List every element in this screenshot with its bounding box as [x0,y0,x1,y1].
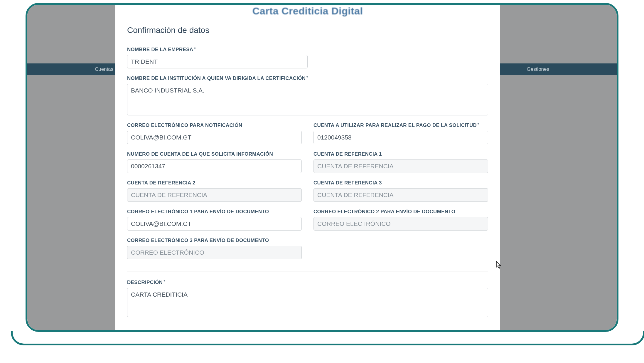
modal-title: Carta Crediticia Digital [127,5,488,17]
laptop-frame: Cuentas Gestiones Carta Crediticia Digit… [11,0,633,345]
info-account-input[interactable] [127,159,302,173]
field-institution: NOMBRE DE LA INSTITUCIÓN A QUIEN VA DIRI… [127,75,488,115]
field-info-account: NUMERO DE CUENTA DE LA QUE SOLICITA INFO… [127,151,302,173]
info-account-label: NUMERO DE CUENTA DE LA QUE SOLICITA INFO… [127,151,302,157]
field-notify-email: CORREO ELECTRÓNICO PARA NOTIFICACIÓN [127,122,302,144]
form-grid: NOMBRE DE LA EMPRESA NOMBRE DE LA INSTIT… [127,47,488,317]
company-input[interactable] [127,55,308,68]
field-doc-email1: CORREO ELECTRÓNICO 1 PARA ENVÍO DE DOCUM… [127,209,302,231]
pay-account-input[interactable] [313,131,488,144]
doc-email3-input[interactable] [127,246,302,259]
ref3-label: CUENTA DE REFERENCIA 3 [313,180,488,186]
nav-item-gestiones[interactable]: Gestiones [527,66,549,72]
field-description: DESCRIPCIÓN [127,280,488,317]
doc-email2-label: CORREO ELECTRÓNICO 2 PARA ENVÍO DE DOCUM… [313,209,488,215]
field-ref1: CUENTA DE REFERENCIA 1 [313,151,488,173]
description-label: DESCRIPCIÓN [127,280,488,285]
field-doc-email2: CORREO ELECTRÓNICO 2 PARA ENVÍO DE DOCUM… [313,209,488,231]
doc-email3-label: CORREO ELECTRÓNICO 3 PARA ENVÍO DE DOCUM… [127,238,302,243]
laptop-base [11,331,644,345]
ref1-label: CUENTA DE REFERENCIA 1 [313,151,488,157]
field-company: NOMBRE DE LA EMPRESA [127,47,488,68]
institution-label: NOMBRE DE LA INSTITUCIÓN A QUIEN VA DIRI… [127,75,488,81]
company-label: NOMBRE DE LA EMPRESA [127,47,488,53]
field-pay-account: CUENTA A UTILIZAR PARA REALIZAR EL PAGO … [313,122,488,144]
nav-item-cuentas[interactable]: Cuentas [95,66,113,72]
notify-email-label: CORREO ELECTRÓNICO PARA NOTIFICACIÓN [127,122,302,128]
doc-email1-label: CORREO ELECTRÓNICO 1 PARA ENVÍO DE DOCUM… [127,209,302,215]
field-ref3: CUENTA DE REFERENCIA 3 [313,180,488,202]
description-input[interactable] [127,288,488,317]
ref2-input[interactable] [127,188,302,202]
section-title: Confirmación de datos [127,26,488,35]
field-doc-email3: CORREO ELECTRÓNICO 3 PARA ENVÍO DE DOCUM… [127,238,302,259]
doc-email2-input[interactable] [313,217,488,231]
notify-email-input[interactable] [127,131,302,144]
ref3-input[interactable] [313,188,488,202]
field-ref2: CUENTA DE REFERENCIA 2 [127,180,302,202]
laptop-screen: Cuentas Gestiones Carta Crediticia Digit… [26,3,618,332]
doc-email1-input[interactable] [127,217,302,231]
confirmation-modal: Carta Crediticia Digital Confirmación de… [115,5,500,330]
institution-input[interactable] [127,84,488,115]
ref2-label: CUENTA DE REFERENCIA 2 [127,180,302,186]
ref1-input[interactable] [313,159,488,173]
pay-account-label: CUENTA A UTILIZAR PARA REALIZAR EL PAGO … [313,122,488,128]
section-divider [127,271,488,271]
browser-viewport: Cuentas Gestiones Carta Crediticia Digit… [27,5,617,330]
